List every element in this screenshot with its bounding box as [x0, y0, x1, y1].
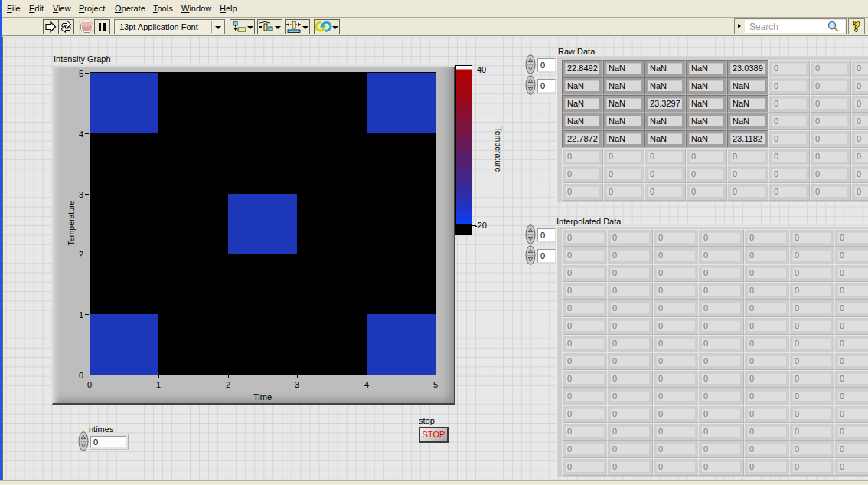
svg-text:?: ?	[853, 19, 860, 34]
